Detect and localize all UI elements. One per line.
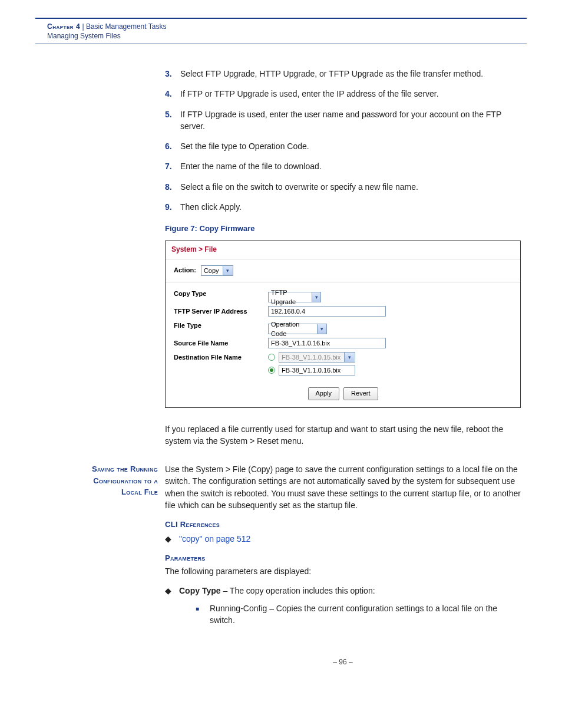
param-desc: – The copy operation includes this optio…	[221, 586, 375, 595]
chevron-down-icon: ▾	[317, 324, 326, 334]
dest-file-label: Destination File Name	[174, 352, 268, 363]
chevron-down-icon: ▾	[312, 292, 320, 302]
dest-existing-select[interactable]: FB-38_V1.1.0.15.bix ▾	[279, 352, 355, 363]
action-select[interactable]: Copy ▾	[201, 265, 233, 276]
tftp-ip-input[interactable]: 192.168.0.4	[268, 306, 386, 317]
source-file-input[interactable]: FB-38_V1.1.0.16.bix	[268, 338, 386, 348]
source-file-label: Source File Name	[174, 338, 268, 348]
revert-button[interactable]: Revert	[343, 387, 378, 400]
cli-references-heading: CLI References	[165, 519, 521, 531]
step-8: 8.Select a file on the switch to overwri…	[165, 181, 521, 193]
param-copy-type: ◆ Copy Type – The copy operation include…	[165, 585, 521, 633]
step-5: 5.If FTP Upgrade is used, enter the user…	[165, 108, 521, 133]
file-type-select[interactable]: Operation Code ▾	[268, 324, 327, 334]
copy-link[interactable]: "copy" on page 512	[179, 533, 250, 545]
page-number: – 96 –	[165, 657, 521, 667]
apply-button[interactable]: Apply	[308, 387, 340, 400]
dest-radio-existing[interactable]	[268, 354, 275, 361]
param-name: Copy Type	[179, 586, 221, 595]
numbered-steps: 3.Select FTP Upgrade, HTTP Upgrade, or T…	[165, 68, 521, 213]
cli-ref-item: ◆ "copy" on page 512	[165, 533, 521, 545]
after-figure-paragraph: If you replaced a file currently used fo…	[165, 423, 521, 447]
dest-radio-new[interactable]	[268, 367, 275, 374]
step-7: 7.Enter the name of the file to download…	[165, 160, 521, 172]
parameters-heading: Parameters	[165, 553, 521, 564]
step-9: 9.Then click Apply.	[165, 201, 521, 213]
page-header: Chapter 4 | Basic Management Tasks	[35, 20, 527, 32]
copy-type-label: Copy Type	[174, 288, 268, 299]
chevron-down-icon: ▾	[223, 266, 233, 275]
step-3: 3.Select FTP Upgrade, HTTP Upgrade, or T…	[165, 68, 521, 80]
header-subtitle: Managing System Files	[35, 32, 527, 44]
square-bullet-icon: ■	[196, 602, 210, 627]
header-separator: |	[82, 22, 84, 31]
chevron-down-icon: ▾	[344, 353, 354, 362]
section-body-text: Use the System > File (Copy) page to sav…	[165, 465, 521, 510]
chapter-label: Chapter 4	[47, 22, 80, 31]
parameters-intro: The following parameters are displayed:	[165, 565, 521, 577]
file-type-label: File Type	[174, 320, 268, 331]
dest-new-input[interactable]: FB-38_V1.1.0.16.bix	[279, 365, 355, 375]
header-title: Basic Management Tasks	[86, 22, 167, 31]
step-4: 4.If FTP or TFTP Upgrade is used, enter …	[165, 88, 521, 100]
figure-caption: Figure 7: Copy Firmware	[165, 223, 521, 235]
sub-param-running-config: ■ Running-Config – Copies the current co…	[196, 602, 521, 627]
action-label: Action:	[174, 266, 196, 275]
section-side-heading: Saving the Running Configuration to a Lo…	[35, 463, 165, 498]
panel-breadcrumb: System > File	[166, 241, 520, 259]
diamond-bullet-icon: ◆	[165, 585, 179, 633]
copy-type-select[interactable]: TFTP Upgrade ▾	[268, 292, 321, 302]
diamond-bullet-icon: ◆	[165, 533, 179, 545]
step-6: 6.Set the file type to Operation Code.	[165, 140, 521, 152]
copy-firmware-panel: System > File Action: Copy ▾ Copy Type T…	[165, 241, 521, 407]
tftp-ip-label: TFTP Server IP Address	[174, 306, 268, 317]
